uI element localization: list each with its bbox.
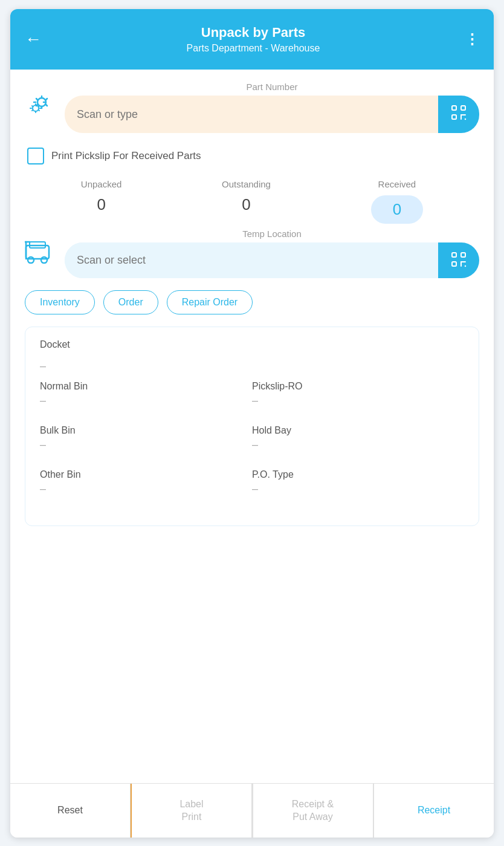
- svg-point-11: [41, 257, 47, 263]
- normal-bin-col: Normal Bin –: [40, 381, 252, 415]
- settings-icon: [25, 90, 55, 125]
- normal-bin-value: –: [40, 394, 252, 407]
- temp-location-label: Temp Location: [65, 229, 479, 239]
- stats-section: Unpacked 0 Outstanding 0 Received 0: [25, 179, 479, 224]
- location-scan-icon: [450, 251, 467, 270]
- main-content: Part Number: [10, 70, 494, 783]
- docket-value: –: [40, 360, 464, 373]
- menu-button[interactable]: ⋮: [465, 31, 479, 48]
- part-number-input[interactable]: [65, 96, 438, 133]
- po-type-value: –: [252, 483, 464, 495]
- svg-rect-16: [452, 262, 456, 266]
- filter-repair-order-button[interactable]: Repair Order: [167, 290, 253, 314]
- receipt-button[interactable]: Receipt: [374, 784, 494, 838]
- receipt-put-away-button[interactable]: Receipt &Put Away: [253, 784, 373, 838]
- label-print-button[interactable]: LabelPrint: [132, 784, 252, 838]
- temp-location-input-row: [65, 242, 479, 278]
- normal-bin-pickslip-row: Normal Bin – Pickslip-RO –: [40, 381, 464, 415]
- unpacked-stat: Unpacked 0: [81, 179, 122, 224]
- unpacked-label: Unpacked: [81, 179, 122, 189]
- part-number-input-row: [65, 96, 479, 133]
- page-title: Unpack by Parts: [42, 25, 465, 41]
- part-number-scan-button[interactable]: [438, 96, 479, 133]
- header-title: Unpack by Parts Parts Department - Wareh…: [42, 25, 465, 54]
- svg-point-10: [28, 257, 34, 263]
- bottom-toolbar: Reset LabelPrint Receipt &Put Away Recei…: [10, 783, 494, 838]
- part-number-container: Part Number: [65, 82, 479, 133]
- svg-rect-3: [461, 106, 465, 110]
- outstanding-stat: Outstanding 0: [222, 179, 271, 224]
- label-print-label: LabelPrint: [179, 798, 203, 824]
- hold-bay-label: Hold Bay: [252, 425, 464, 436]
- svg-rect-4: [452, 115, 456, 119]
- reset-button[interactable]: Reset: [10, 784, 131, 838]
- receipt-label: Receipt: [418, 804, 450, 817]
- outstanding-value: 0: [222, 195, 271, 214]
- normal-bin-label: Normal Bin: [40, 381, 252, 392]
- print-pickslip-label: Print Pickslip For Received Parts: [51, 150, 201, 162]
- po-type-col: P.O. Type –: [252, 469, 464, 504]
- bulk-bin-label: Bulk Bin: [40, 425, 252, 436]
- temp-location-input[interactable]: [65, 242, 438, 278]
- temp-location-container: Temp Location: [65, 229, 479, 278]
- received-value: 0: [371, 195, 423, 224]
- filter-section: Inventory Order Repair Order: [25, 290, 479, 314]
- other-bin-col: Other Bin –: [40, 469, 252, 504]
- filter-inventory-button[interactable]: Inventory: [25, 290, 95, 314]
- docket-row: Docket: [40, 339, 464, 350]
- outstanding-label: Outstanding: [222, 179, 271, 189]
- pickslip-ro-label: Pickslip-RO: [252, 381, 464, 392]
- back-button[interactable]: ←: [25, 30, 42, 49]
- header: ← Unpack by Parts Parts Department - War…: [10, 9, 494, 70]
- bulk-bin-hold-bay-row: Bulk Bin – Hold Bay –: [40, 425, 464, 460]
- svg-rect-15: [461, 253, 465, 257]
- bulk-bin-value: –: [40, 438, 252, 451]
- temp-location-section: Temp Location: [25, 229, 479, 278]
- received-label: Received: [371, 179, 423, 189]
- pickslip-ro-col: Pickslip-RO –: [252, 381, 464, 415]
- bulk-bin-col: Bulk Bin –: [40, 425, 252, 460]
- other-bin-po-type-row: Other Bin – P.O. Type –: [40, 469, 464, 504]
- pickslip-ro-value: –: [252, 394, 464, 407]
- svg-rect-2: [452, 106, 456, 110]
- page-subtitle: Parts Department - Warehouse: [42, 43, 465, 54]
- hold-bay-value: –: [252, 438, 464, 451]
- unpacked-value: 0: [81, 195, 122, 214]
- temp-location-scan-button[interactable]: [438, 242, 479, 278]
- other-bin-value: –: [40, 483, 252, 495]
- receipt-put-away-label: Receipt &Put Away: [292, 798, 334, 824]
- part-number-label: Part Number: [65, 82, 479, 92]
- part-number-section: Part Number: [25, 82, 479, 133]
- details-card: Docket – Normal Bin – Pickslip-RO – Bulk…: [25, 327, 479, 526]
- print-pickslip-checkbox[interactable]: [27, 148, 44, 164]
- hold-bay-col: Hold Bay –: [252, 425, 464, 460]
- svg-rect-14: [452, 253, 456, 257]
- po-type-label: P.O. Type: [252, 469, 464, 480]
- docket-label: Docket: [40, 339, 464, 350]
- filter-order-button[interactable]: Order: [103, 290, 158, 314]
- other-bin-label: Other Bin: [40, 469, 252, 480]
- checkbox-section: Print Pickslip For Received Parts: [25, 148, 479, 164]
- reset-label: Reset: [57, 804, 83, 817]
- received-stat: Received 0: [371, 179, 423, 224]
- location-icon: [25, 238, 55, 269]
- scan-icon: [450, 104, 467, 125]
